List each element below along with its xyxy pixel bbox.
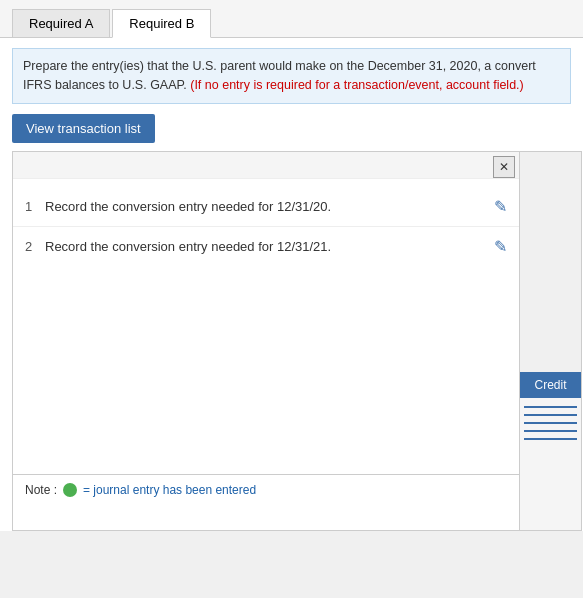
- tab-required-b[interactable]: Required B: [112, 9, 211, 38]
- empty-area: [13, 274, 519, 474]
- page-wrapper: Required A Required B Prepare the entry(…: [0, 0, 583, 531]
- row-number-1: 1: [25, 199, 45, 214]
- sidebar-line: [524, 430, 577, 432]
- sidebar-top: [520, 152, 581, 372]
- row-number-2: 2: [25, 239, 45, 254]
- table-row: 2 Record the conversion entry needed for…: [13, 227, 519, 266]
- sidebar-lines: [520, 398, 581, 448]
- transaction-list: 1 Record the conversion entry needed for…: [13, 179, 519, 274]
- note-suffix: = journal entry has been entered: [83, 483, 256, 497]
- tab-required-a[interactable]: Required A: [12, 9, 110, 38]
- panel-header: ✕: [13, 152, 519, 179]
- row-text-1: Record the conversion entry needed for 1…: [45, 199, 486, 214]
- info-red-text: (If no entry is required for a transacti…: [190, 78, 524, 92]
- sidebar-line: [524, 438, 577, 440]
- right-sidebar: Credit: [519, 151, 582, 531]
- close-icon: ✕: [499, 160, 509, 174]
- view-transactions-button[interactable]: View transaction list: [12, 114, 155, 143]
- info-box: Prepare the entry(ies) that the U.S. par…: [12, 48, 571, 104]
- row-text-2: Record the conversion entry needed for 1…: [45, 239, 486, 254]
- note-bar: Note : = journal entry has been entered: [13, 474, 519, 505]
- sidebar-line: [524, 406, 577, 408]
- table-row: 1 Record the conversion entry needed for…: [13, 187, 519, 227]
- sidebar-line: [524, 422, 577, 424]
- close-button[interactable]: ✕: [493, 156, 515, 178]
- transaction-panel: ✕ 1 Record the conversion entry needed f…: [12, 151, 520, 531]
- note-prefix: Note :: [25, 483, 57, 497]
- tabs-bar: Required A Required B: [0, 0, 583, 38]
- sidebar-line: [524, 414, 577, 416]
- green-dot-icon: [63, 483, 77, 497]
- credit-label: Credit: [520, 372, 581, 398]
- edit-icon-1[interactable]: ✎: [494, 197, 507, 216]
- content-area: ✕ 1 Record the conversion entry needed f…: [12, 151, 583, 531]
- edit-icon-2[interactable]: ✎: [494, 237, 507, 256]
